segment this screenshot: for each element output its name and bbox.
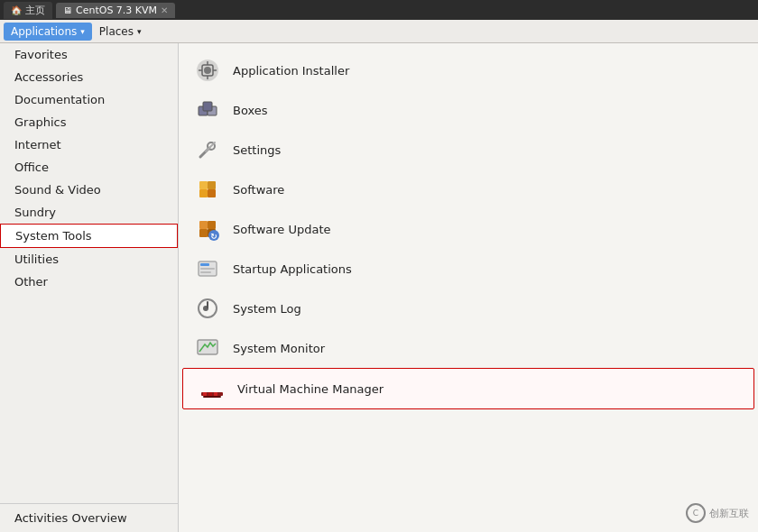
menu-bar: Applications ▾ Places ▾ [0,20,758,43]
sidebar-item-system-tools[interactable]: System Tools [0,224,178,248]
sidebar-bottom: Activities Overview [0,503,178,532]
startup-label: Startup Applications [233,262,352,276]
sysmonitor-icon [193,334,222,362]
svg-rect-32 [203,392,207,396]
entry-startup-applications[interactable]: Startup Applications [179,249,758,289]
software-icon [193,175,222,204]
svg-rect-20 [208,221,216,229]
sidebar-item-utilities[interactable]: Utilities [0,248,178,271]
svg-rect-16 [208,181,216,189]
sidebar-item-accessories[interactable]: Accessories [0,66,178,88]
entry-system-log[interactable]: System Log [179,289,758,328]
svg-rect-15 [199,181,208,189]
svg-rect-34 [214,392,217,396]
content-panel: Application Installer Boxes [179,43,758,532]
svg-rect-25 [200,268,215,270]
svg-rect-17 [199,229,208,237]
svg-rect-14 [208,189,216,197]
sidebar-item-documentation[interactable]: Documentation [0,88,178,111]
boxes-icon [193,96,222,124]
places-menu[interactable]: Places ▾ [92,23,149,41]
tab-centos[interactable]: 🖥 CentOS 7.3 KVM ✕ [56,3,175,18]
svg-rect-26 [200,271,211,273]
sidebar-item-favorites[interactable]: Favorites [0,43,178,66]
app-installer-icon [193,56,222,85]
sidebar: Favorites Accessories Documentation Grap… [0,43,179,532]
sysmonitor-label: System Monitor [233,342,325,355]
svg-rect-19 [199,221,208,229]
places-label: Places [99,25,134,38]
entry-software[interactable]: Software [179,170,758,209]
software-update-icon: ↻ [193,215,222,243]
boxes-label: Boxes [233,104,268,117]
tab-close-icon[interactable]: ✕ [161,5,168,15]
software-update-label: Software Update [233,223,331,236]
activities-overview[interactable]: Activities Overview [0,504,178,532]
sidebar-item-sound-video[interactable]: Sound & Video [0,179,178,201]
software-label: Software [233,183,284,197]
sidebar-item-other[interactable]: Other [0,271,178,293]
watermark-text: 创新互联 [709,507,749,520]
entry-software-update[interactable]: ↻ Software Update [179,209,758,249]
svg-text:↻: ↻ [210,232,217,241]
virt-label: Virtual Machine Manager [237,382,384,396]
svg-rect-13 [199,189,208,197]
svg-rect-9 [203,102,212,111]
applications-menu[interactable]: Applications ▾ [4,23,92,41]
places-arrow-icon: ▾ [137,27,142,36]
svg-rect-35 [203,396,221,398]
sidebar-item-sundry[interactable]: Sundry [0,201,178,224]
sidebar-item-internet[interactable]: Internet [0,133,178,156]
syslog-icon [193,294,222,323]
applications-label: Applications [11,25,77,38]
main-area: Favorites Accessories Documentation Grap… [0,43,758,532]
svg-rect-33 [208,392,212,396]
watermark: C 创新互联 [686,503,749,523]
top-bar: 🏠 主页 🖥 CentOS 7.3 KVM ✕ [0,0,758,20]
svg-rect-24 [200,263,209,266]
startup-icon [193,254,222,283]
entry-boxes[interactable]: Boxes [179,90,758,130]
tab-home-label: 主页 [25,4,45,17]
settings-icon [193,135,222,164]
tab-home[interactable]: 🏠 主页 [4,2,52,19]
settings-label: Settings [233,143,281,157]
applications-arrow-icon: ▾ [80,27,85,36]
centos-tab-icon: 🖥 [63,5,72,15]
entry-app-installer[interactable]: Application Installer [179,50,758,90]
entry-settings[interactable]: Settings [179,130,758,170]
home-tab-icon: 🏠 [11,5,22,15]
svg-point-2 [204,67,211,74]
entry-virtual-machine-manager[interactable]: Virtual Machine Manager [182,368,754,409]
svg-rect-29 [207,301,208,308]
tab-centos-label: CentOS 7.3 KVM [76,5,157,16]
sidebar-item-office[interactable]: Office [0,156,178,179]
virt-icon [198,374,226,403]
watermark-circle: C [686,503,706,523]
entry-system-monitor[interactable]: System Monitor [179,328,758,368]
app-installer-label: Application Installer [233,64,349,78]
syslog-label: System Log [233,302,301,316]
sidebar-item-graphics[interactable]: Graphics [0,111,178,133]
